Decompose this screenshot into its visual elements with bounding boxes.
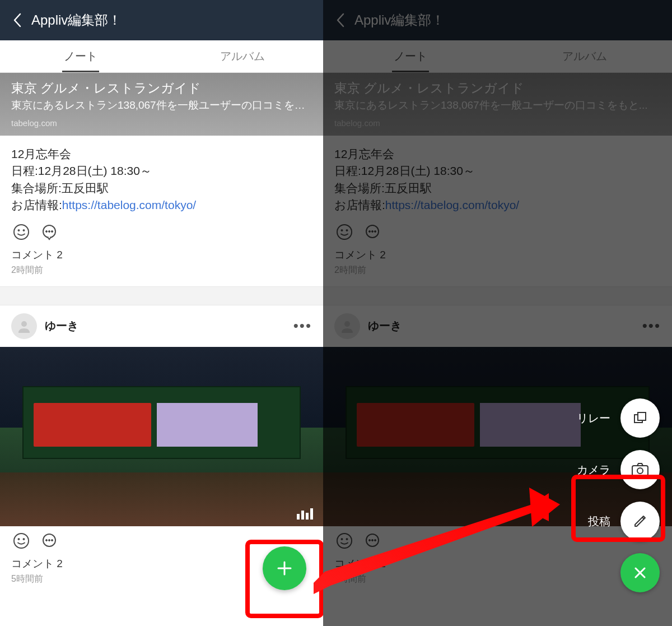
like-button[interactable] — [11, 222, 31, 242]
more-button[interactable]: ••• — [293, 317, 312, 335]
back-button[interactable] — [8, 12, 28, 28]
menu-item-label: リレー — [577, 411, 610, 426]
relay-icon — [632, 410, 648, 426]
comment-button[interactable] — [362, 222, 382, 242]
link-preview-title: 東京 グルメ・レストランガイド — [11, 80, 312, 97]
header: Appliv編集部！ — [323, 0, 672, 40]
comment-icon — [41, 532, 58, 549]
link-preview-card[interactable]: 東京 グルメ・レストランガイド 東京にあるレストラン138,067件を一般ユーザ… — [0, 73, 323, 136]
avatar[interactable] — [334, 313, 360, 339]
tab-note[interactable]: ノート — [0, 40, 162, 72]
comment-icon — [364, 224, 381, 240]
tab-note[interactable]: ノート — [323, 40, 498, 72]
menu-item-label: 投稿 — [588, 514, 610, 529]
post-divider — [0, 286, 323, 305]
post-link[interactable]: https://tabelog.com/tokyo/ — [62, 198, 196, 211]
post-line: 12月忘年会 — [11, 146, 312, 163]
post-line-prefix: お店情報: — [11, 198, 62, 211]
svg-point-15 — [337, 225, 352, 239]
svg-point-29 — [375, 539, 376, 541]
menu-item-relay[interactable]: リレー — [577, 398, 660, 438]
avatar[interactable] — [11, 313, 37, 339]
tab-bar: ノート アルバム — [323, 40, 672, 73]
link-preview-card[interactable]: 東京 グルメ・レストランガイド 東京にあるレストラン138,067件を一般ユーザ… — [323, 73, 672, 136]
post-button[interactable] — [620, 502, 660, 541]
header: Appliv編集部！ — [0, 0, 323, 40]
svg-point-0 — [14, 225, 29, 239]
svg-point-19 — [369, 230, 371, 232]
tab-bar: ノート アルバム — [0, 40, 323, 73]
post-line: お店情報:https://tabelog.com/tokyo/ — [11, 197, 312, 214]
screenshot-left: Appliv編集部！ ノート アルバム 東京 グルメ・レストランガイド 東京にあ… — [0, 0, 323, 626]
relay-button[interactable] — [620, 398, 660, 438]
camera-button[interactable] — [620, 450, 660, 489]
svg-point-22 — [344, 321, 350, 327]
post-line: 日程:12月28日(土) 18:30～ — [11, 163, 312, 179]
link-preview-desc: 東京にあるレストラン138,067件を一般ユーザーの口コミをもと... — [334, 98, 661, 113]
post-time: 2時間前 — [0, 263, 323, 286]
post-line: 12月忘年会 — [334, 146, 661, 163]
author-name[interactable]: ゆーき — [368, 318, 402, 333]
more-button[interactable]: ••• — [642, 317, 661, 335]
comments-count[interactable]: コメント 2 — [323, 244, 672, 263]
post-photo[interactable] — [0, 347, 323, 526]
comment-icon — [364, 532, 381, 549]
author-name[interactable]: ゆーき — [45, 318, 78, 333]
chevron-left-icon — [335, 12, 347, 28]
author-row: ゆーき ••• — [323, 305, 672, 347]
camera-icon — [631, 462, 649, 477]
post-body: 12月忘年会 日程:12月28日(土) 18:30～ 集合場所:五反田駅 お店情… — [323, 136, 672, 217]
comment-button[interactable] — [39, 531, 59, 551]
svg-point-21 — [375, 230, 376, 232]
author-row: ゆーき ••• — [0, 305, 323, 347]
smile-icon — [336, 532, 353, 549]
plus-icon — [275, 559, 294, 578]
svg-point-2 — [23, 229, 25, 231]
comments-count[interactable]: コメント 2 — [0, 244, 323, 263]
tab-album[interactable]: アルバム — [162, 40, 324, 72]
header-title: Appliv編集部！ — [31, 11, 122, 29]
svg-rect-31 — [638, 412, 646, 420]
photo-detail — [357, 403, 474, 447]
fab-close-button[interactable] — [620, 553, 660, 592]
back-button[interactable] — [331, 12, 351, 28]
link-preview-domain: tabelog.com — [11, 118, 312, 128]
photo-detail — [157, 403, 258, 447]
svg-point-8 — [14, 534, 29, 548]
svg-point-13 — [49, 539, 50, 541]
reaction-row — [0, 217, 323, 244]
post-link[interactable]: https://tabelog.com/tokyo/ — [385, 198, 519, 211]
comment-button[interactable] — [39, 222, 59, 242]
fab-add-button[interactable] — [263, 546, 306, 590]
link-preview-domain: tabelog.com — [334, 118, 661, 128]
like-button[interactable] — [11, 531, 31, 551]
svg-point-16 — [341, 229, 343, 231]
like-button[interactable] — [334, 222, 354, 242]
smile-icon — [336, 224, 353, 240]
svg-rect-32 — [632, 466, 648, 476]
like-button[interactable] — [334, 531, 354, 551]
close-icon — [632, 565, 648, 581]
reaction-row — [323, 217, 672, 244]
svg-point-25 — [346, 538, 348, 540]
svg-point-27 — [369, 539, 371, 541]
tab-album[interactable]: アルバム — [498, 40, 673, 72]
svg-point-10 — [23, 538, 25, 540]
link-preview-desc: 東京にあるレストラン138,067件を一般ユーザーの口コミをもと... — [11, 98, 312, 113]
smile-icon — [13, 532, 30, 549]
svg-point-12 — [46, 539, 48, 541]
svg-point-6 — [52, 230, 53, 232]
svg-point-20 — [372, 230, 374, 232]
menu-item-camera[interactable]: カメラ — [577, 450, 660, 489]
photo-detail — [34, 403, 151, 447]
svg-point-5 — [49, 230, 50, 232]
fab-action-menu: リレー カメラ 投稿 — [577, 398, 660, 592]
menu-item-post[interactable]: 投稿 — [588, 502, 660, 541]
svg-point-14 — [52, 539, 53, 541]
photo-detail — [480, 403, 581, 447]
post-line: 集合場所:五反田駅 — [11, 180, 312, 197]
header-title: Appliv編集部！ — [354, 11, 445, 29]
comment-button[interactable] — [362, 531, 382, 551]
comment-icon — [41, 224, 58, 240]
svg-point-33 — [637, 468, 643, 474]
